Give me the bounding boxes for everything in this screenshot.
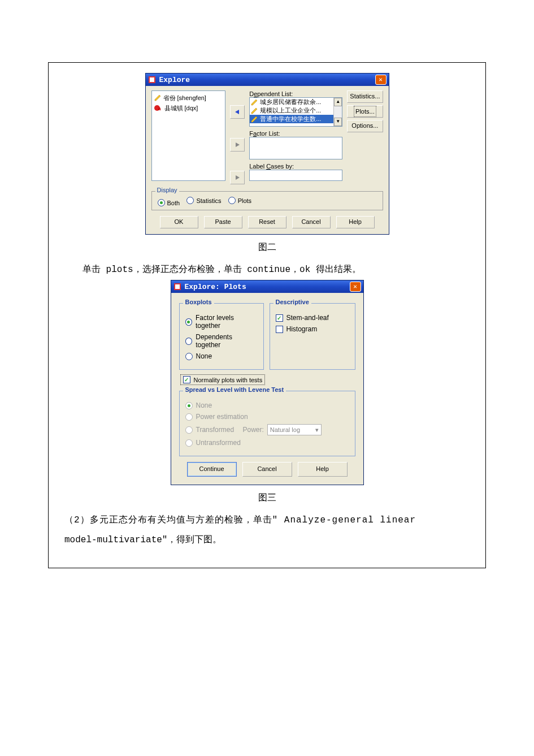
power-transform-select: Natural log▾ [267, 424, 322, 435]
list-item[interactable]: 城乡居民储蓄存款余... [250, 98, 333, 106]
list-item-label: 县城镇 [dqx] [164, 104, 198, 113]
display-both-radio[interactable]: Both [158, 199, 180, 206]
svg-marker-5 [236, 175, 240, 180]
explore-titlebar[interactable]: Explore ✕ [146, 74, 389, 86]
help-button[interactable]: Help [298, 462, 348, 477]
list-item[interactable]: 省份 [shengfen] [154, 93, 223, 102]
normality-plots-checkbox[interactable]: ✓Normality plots with tests [180, 374, 266, 385]
arrow-left-icon [233, 109, 241, 115]
boxplots-group-title: Boxplots [183, 299, 214, 305]
factor-list[interactable] [249, 137, 342, 159]
arrow-right-icon [233, 141, 241, 148]
paragraph: （2）多元正态分布有关均值与方差的检验，单击" Analyze-general … [49, 511, 485, 550]
plots-button[interactable]: Plots... [347, 105, 383, 118]
svg-rect-10 [175, 284, 180, 289]
paste-button[interactable]: Paste [204, 216, 242, 228]
options-button[interactable]: Options... [347, 120, 383, 132]
close-icon[interactable]: ✕ [350, 282, 361, 292]
svg-marker-3 [235, 110, 239, 114]
stem-and-leaf-checkbox[interactable]: ✓Stem-and-leaf [276, 314, 349, 322]
descriptive-group-title: Descriptive [273, 299, 311, 305]
statistics-button[interactable]: Statistics... [347, 90, 383, 103]
svl-group-title: Spread vs Level with Levene Test [183, 386, 286, 393]
source-variables-list[interactable]: 省份 [shengfen] 县城镇 [dqx] [151, 90, 226, 181]
svl-transformed-radio: Transformed Power: Natural log▾ [185, 424, 349, 435]
reset-button[interactable]: Reset [248, 216, 286, 228]
move-to-factor-button[interactable] [230, 138, 245, 152]
pencil-icon [251, 99, 258, 106]
display-statistics-radio[interactable]: Statistics [186, 197, 221, 204]
list-item[interactable]: 县城镇 [dqx] [154, 103, 223, 113]
paragraph: 单击 plots，选择正态分布检验，单击 continue，ok 得出结果。 [49, 260, 485, 280]
explore-title: Explore [159, 76, 375, 84]
factor-list-label: Factor List: [249, 130, 342, 137]
figure-caption-2: 图二 [49, 241, 485, 253]
document-frame: Explore ✕ 省份 [shengfen] 县城镇 [dqx] [48, 62, 486, 568]
move-to-dependent-button[interactable] [230, 105, 245, 119]
svl-power-radio: Power estimation [185, 413, 349, 421]
spread-vs-level-group: Spread vs Level with Levene Test None Po… [179, 391, 355, 456]
display-group: Display Both Statistics Plots [151, 191, 383, 210]
explore-dialog: Explore ✕ 省份 [shengfen] 县城镇 [dqx] [145, 73, 389, 235]
display-plots-radio[interactable]: Plots [228, 197, 251, 204]
svg-marker-7 [251, 108, 257, 114]
labelcases-input[interactable] [249, 170, 342, 181]
svl-untransformed-radio: Untransformed [185, 439, 349, 447]
ok-button[interactable]: OK [160, 216, 198, 228]
list-item-label: 省份 [shengfen] [163, 94, 206, 102]
descriptive-group: Descriptive ✓Stem-and-leaf Histogram [270, 303, 355, 370]
histogram-checkbox[interactable]: Histogram [276, 325, 349, 333]
svg-rect-1 [150, 77, 154, 82]
cancel-button[interactable]: Cancel [292, 216, 331, 228]
app-icon [173, 283, 181, 291]
svg-marker-6 [251, 100, 257, 105]
boxplots-dependents-radio[interactable]: Dependents together [185, 333, 258, 349]
app-icon [148, 76, 156, 84]
scrollbar[interactable]: ▲ ▼ [333, 98, 342, 126]
plots-titlebar[interactable]: Explore: Plots ✕ [171, 280, 363, 293]
boxplots-none-radio[interactable]: None [185, 352, 258, 360]
list-item[interactable]: 普通中学在校学生数... [250, 115, 333, 123]
svg-marker-2 [155, 95, 160, 101]
chevron-down-icon: ▾ [315, 426, 319, 434]
svg-marker-8 [251, 116, 257, 122]
continue-button[interactable]: Continue [187, 462, 237, 477]
boxplots-group: Boxplots Factor levels together Dependen… [179, 303, 264, 370]
list-item[interactable]: 规模以上工业企业个... [250, 106, 333, 115]
cancel-button[interactable]: Cancel [242, 462, 292, 477]
labelcases-label: Label Cases by: [249, 163, 342, 170]
pencil-icon [154, 94, 161, 101]
scroll-down-icon[interactable]: ▼ [334, 118, 342, 126]
close-icon[interactable]: ✕ [375, 75, 387, 85]
svl-none-radio: None [185, 401, 349, 409]
dependent-list[interactable]: 城乡居民储蓄存款余... 规模以上工业企业个... 普通中学在校学生数... [249, 97, 342, 127]
figure-caption-3: 图三 [49, 492, 485, 504]
pencil-icon [251, 116, 258, 123]
display-group-title: Display [155, 187, 179, 193]
svg-marker-4 [236, 142, 240, 147]
move-to-labelcases-button[interactable] [230, 171, 245, 184]
plots-title: Explore: Plots [185, 283, 350, 291]
pencil-icon [251, 107, 258, 114]
arrow-right-icon [233, 174, 241, 181]
nominal-icon [154, 105, 160, 111]
dependent-list-label: Dependent List: [249, 90, 342, 97]
help-button[interactable]: Help [336, 216, 375, 228]
scroll-up-icon[interactable]: ▲ [334, 98, 342, 106]
explore-plots-dialog: Explore: Plots ✕ Boxplots Factor levels … [171, 280, 364, 485]
boxplots-factor-radio[interactable]: Factor levels together [185, 314, 258, 330]
